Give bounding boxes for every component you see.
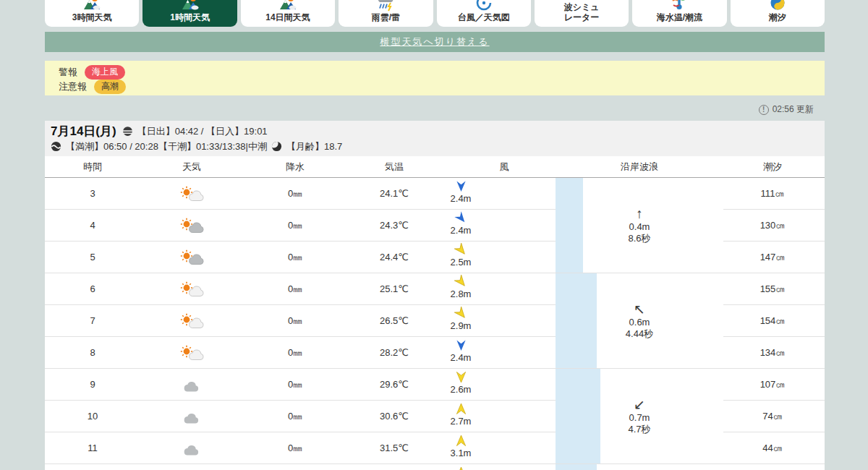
- date-header: 7月14日(月) 【日出】04:42 / 【日入】19:01 【満潮】06:50…: [45, 121, 825, 156]
- tab-wave-simulator[interactable]: 波シミュ レーター: [535, 0, 629, 27]
- wave-height-bar: [556, 178, 583, 273]
- wind-cell: 2.8m: [417, 275, 504, 301]
- wind-cell: 2.5m: [417, 244, 504, 269]
- time-cell: 4: [49, 210, 136, 242]
- tab-typhoon-weather-map[interactable]: 台風／天気図: [437, 0, 531, 27]
- wind-direction-icon: [456, 339, 467, 351]
- wave-direction-arrow-icon: ↙: [634, 396, 645, 411]
- wind-cell: 2.9m: [417, 307, 504, 333]
- mountain-weather-icon: [83, 0, 101, 12]
- wind-cell: 2.6m: [417, 371, 504, 396]
- advisory-pill-storm-surge[interactable]: 高潮: [94, 80, 126, 94]
- tab-14day-weather[interactable]: 14日間天気: [241, 0, 335, 27]
- wind-direction-icon: [453, 242, 469, 258]
- wave-group-cell-partial: [556, 464, 723, 470]
- warning-pill-sea-wind[interactable]: 海上風: [85, 65, 125, 80]
- tab-label: 波シミュ レーター: [564, 3, 600, 22]
- tide-cell: 134㎝: [729, 337, 816, 369]
- wave-simulator-icon: [573, 0, 590, 1]
- precip-cell: 0㎜: [252, 432, 339, 464]
- weather-icon: [179, 281, 204, 297]
- tab-label: 14日間天気: [265, 13, 310, 22]
- precip-cell: 0㎜: [252, 369, 339, 401]
- col-header-temp: 気温: [351, 156, 438, 178]
- precip-cell: 0㎜: [252, 401, 339, 432]
- sunrise-sunset-text: 【日出】04:42 / 【日入】19:01: [137, 125, 268, 138]
- tab-label: 潮汐: [769, 13, 786, 22]
- tide-cell: 130㎝: [729, 210, 816, 242]
- warning-label: 警報: [59, 66, 77, 79]
- precip-cell: 0㎜: [252, 337, 339, 369]
- weather-icon: [179, 218, 204, 234]
- wave-direction-arrow-icon: ↖: [634, 301, 645, 316]
- wind-direction-icon: [453, 273, 469, 290]
- tide-cell: 111㎝: [729, 178, 816, 210]
- weather-icon: [179, 440, 204, 456]
- tide-cell: 107㎝: [729, 369, 816, 401]
- precip-cell: 0㎜: [252, 273, 339, 305]
- sunrise-sunset-icon: [122, 126, 133, 137]
- weather-icon: [179, 249, 204, 265]
- wind-direction-icon: [456, 180, 467, 192]
- wave-group-cell: ↙ 0.7m 4.7秒: [556, 369, 723, 464]
- wave-period: 4.7秒: [628, 424, 650, 435]
- wind-cell: 3.1m: [417, 435, 504, 460]
- date-label: 7月14日(月): [51, 123, 116, 140]
- wind-direction-icon: [456, 435, 467, 447]
- tide-cell: 147㎝: [729, 242, 816, 273]
- alert-box: 警報 海上風 注意報 高潮: [45, 61, 825, 95]
- time-cell: 3: [49, 178, 136, 210]
- tab-rain-cloud-lightning[interactable]: 雨雲/雷: [339, 0, 433, 27]
- wind-direction-icon: [456, 371, 467, 383]
- col-header-time: 時間: [49, 156, 136, 178]
- wind-speed: 2.5m: [451, 257, 472, 269]
- advisory-row: 注意報 高潮: [59, 80, 811, 94]
- tab-3hour-weather[interactable]: 3時間天気: [45, 0, 139, 27]
- wind-speed: 2.4m: [451, 352, 472, 364]
- wind-direction-icon: [456, 403, 467, 415]
- precip-cell: 0㎜: [252, 210, 339, 242]
- wind-speed: 2.8m: [451, 289, 472, 301]
- tab-sea-temp-current[interactable]: 海水温/潮流: [632, 0, 726, 27]
- tab-1hour-weather[interactable]: 1時間天気: [142, 0, 237, 27]
- page: 3時間天気 1時間天気 14日間天気: [0, 0, 868, 470]
- col-header-coastal-waves: 沿岸波浪: [596, 156, 683, 178]
- tab-label: 雨雲/雷: [372, 13, 400, 22]
- info-icon[interactable]: !: [759, 105, 769, 115]
- time-cell: 6: [49, 273, 136, 305]
- col-header-wind: 風: [461, 156, 548, 178]
- switch-to-horizontal-link[interactable]: 横型天気へ切り替える: [380, 35, 489, 48]
- wind-direction-icon: [453, 305, 469, 322]
- mountain-weather-icon: [279, 0, 297, 12]
- wave-direction-arrow-icon: ↑: [636, 205, 643, 221]
- tab-tide[interactable]: 潮汐: [731, 0, 825, 27]
- layout-switch-banner: 横型天気へ切り替える: [45, 32, 825, 52]
- wind-cell: 2.4m: [417, 212, 504, 237]
- time-cell: 7: [49, 305, 136, 337]
- tide-times-text: 【満潮】06:50 / 20:28【干潮】01:33/13:38|中潮: [66, 140, 267, 153]
- tide-wave-icon: [51, 141, 61, 152]
- precip-cell: 0㎜: [252, 178, 339, 210]
- wind-speed: 3.1m: [451, 448, 472, 460]
- wave-period: 4.44秒: [626, 328, 653, 339]
- precip-cell: 0㎜: [252, 305, 339, 337]
- tab-label: 1時間天気: [170, 13, 210, 22]
- weather-icon: [179, 345, 204, 361]
- wind-speed: 2.4m: [451, 225, 472, 237]
- advisory-label: 注意報: [59, 80, 87, 93]
- wave-height: 0.4m: [629, 221, 650, 231]
- wind-cell: [417, 466, 504, 470]
- wave-height-bar: [556, 464, 597, 470]
- typhoon-icon: [475, 0, 493, 12]
- tab-label: 台風／天気図: [458, 13, 510, 22]
- wave-group-cell: ↖ 0.6m 4.44秒: [556, 273, 723, 369]
- time-cell: 5: [49, 242, 136, 273]
- tide-cell: 44㎝: [729, 432, 816, 464]
- wind-cell: 2.4m: [417, 180, 504, 205]
- tide-icon: [769, 0, 786, 12]
- tide-cell: 74㎝: [729, 401, 816, 432]
- weather-icon: [179, 313, 204, 329]
- tab-label: 海水温/潮流: [657, 13, 702, 22]
- col-header-tide: 潮汐: [729, 156, 816, 178]
- sea-temp-current-icon: [671, 0, 688, 12]
